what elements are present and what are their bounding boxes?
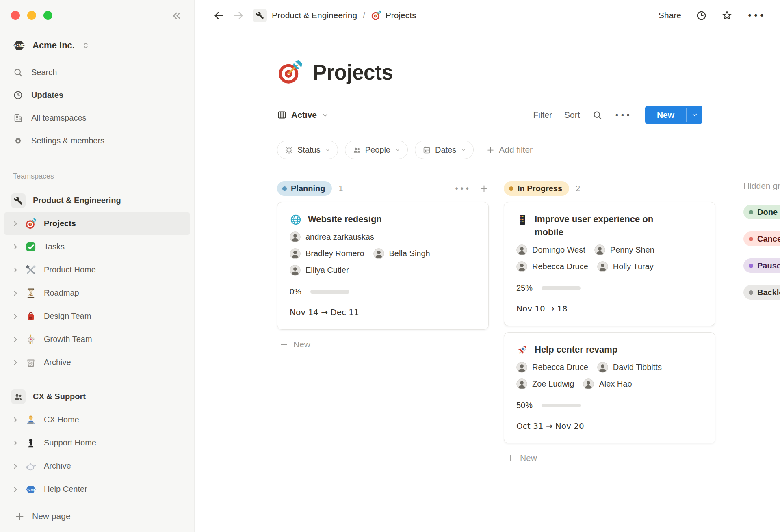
view-options-button[interactable]: ••• (615, 110, 631, 120)
chevron-right-icon[interactable] (11, 243, 20, 251)
chevron-right-icon[interactable] (11, 485, 20, 493)
sidebar-item-projects[interactable]: Projects (4, 212, 190, 235)
sort-button[interactable]: Sort (564, 110, 580, 120)
filter-chip-status[interactable]: Status (277, 141, 338, 159)
status-badge-paused[interactable]: Paused (743, 258, 780, 273)
new-page-button[interactable]: New page (0, 500, 194, 532)
sidebar-item-archive[interactable]: Archive (4, 351, 190, 374)
sidebar-item-settings-members[interactable]: Settings & members (0, 129, 194, 152)
chevron-right-icon[interactable] (11, 462, 20, 470)
person-chip[interactable]: Penny Shen (594, 244, 654, 255)
teamspace-header-product-engineering[interactable]: Product & Engineering (0, 189, 194, 212)
chevron-right-icon[interactable] (11, 416, 20, 424)
back-arrow-icon[interactable] (213, 10, 224, 21)
sidebar-item-tasks[interactable]: Tasks (4, 235, 190, 258)
more-options-button[interactable]: ••• (747, 11, 765, 21)
person-chip[interactable]: Rebecca Druce (516, 261, 588, 272)
new-button-dropdown[interactable] (687, 106, 702, 124)
person-name: Elliya Cutler (306, 266, 349, 275)
person-chip[interactable]: Alex Hao (583, 378, 632, 389)
status-dot (749, 290, 753, 295)
new-button[interactable]: New (645, 106, 702, 124)
zoom-window-button[interactable] (43, 11, 52, 20)
project-card-help-center-revamp[interactable]: Help center revamp Rebecca Druce David T… (504, 332, 715, 443)
sidebar-item-updates[interactable]: Updates (0, 84, 194, 106)
column-header: Planning 1 ••• (277, 181, 489, 196)
status-badge-backlog[interactable]: Backlog (743, 285, 780, 300)
workspace-name: Acme Inc. (32, 40, 75, 51)
person-chip[interactable]: David Tibbitts (597, 362, 662, 373)
new-button-label[interactable]: New (645, 106, 686, 124)
card-title[interactable]: Help center revamp (535, 343, 618, 356)
chevron-right-icon[interactable] (11, 220, 20, 228)
status-badge-planning[interactable]: Planning (277, 181, 332, 196)
sidebar-item-support-home[interactable]: Support Home (4, 431, 190, 454)
project-card-improve-ux-mobile[interactable]: Improve user experience on mobile Doming… (504, 202, 715, 326)
sidebar-item-search[interactable]: Search (0, 61, 194, 84)
collapse-sidebar-button[interactable] (170, 9, 184, 23)
sidebar-item-roadmap[interactable]: Roadmap (4, 281, 190, 305)
view-tab-active[interactable]: Active (277, 110, 329, 120)
sidebar-item-growth-team[interactable]: Growth Team (4, 328, 190, 351)
person-chip[interactable]: Elliya Cutler (290, 265, 349, 276)
column-new-card-button[interactable]: New (504, 453, 715, 463)
chevron-right-icon[interactable] (11, 359, 20, 367)
chevron-down-icon (321, 111, 329, 119)
search-icon[interactable] (592, 110, 602, 120)
filter-row: Status People Dates Add filter (277, 141, 533, 159)
sidebar-item-label: All teamspaces (31, 113, 87, 123)
chevron-right-icon[interactable] (11, 266, 20, 274)
breadcrumb-teamspace[interactable]: Product & Engineering (272, 11, 357, 20)
sidebar-item-all-teamspaces[interactable]: All teamspaces (0, 106, 194, 129)
add-filter-button[interactable]: Add filter (486, 145, 533, 155)
forward-arrow-icon[interactable] (233, 10, 244, 21)
sidebar-item-design-team[interactable]: Design Team (4, 305, 190, 328)
chevron-right-icon[interactable] (11, 335, 20, 344)
workspace-switcher[interactable]: Acme Inc. (9, 36, 188, 55)
person-chip[interactable]: Holly Turay (597, 261, 654, 272)
sidebar-item-archive-cx[interactable]: Archive (4, 454, 190, 478)
person-chip[interactable]: Bradley Romero (290, 248, 364, 259)
window-controls (11, 11, 52, 20)
column-add-card-button[interactable] (479, 184, 489, 193)
person-name: Domingo West (532, 245, 585, 255)
clock-history-icon[interactable] (696, 10, 707, 21)
star-favorite-icon[interactable] (722, 10, 732, 21)
person-chip[interactable]: Bella Singh (373, 248, 430, 259)
column-more-button[interactable]: ••• (454, 184, 470, 193)
project-card-website-redesign[interactable]: Website redesign andrea zarkauskas Bradl… (277, 202, 489, 330)
close-window-button[interactable] (11, 11, 20, 20)
chevron-right-icon[interactable] (11, 439, 20, 447)
filter-chip-people[interactable]: People (345, 141, 408, 159)
target-page-icon[interactable] (277, 59, 303, 85)
chevron-right-icon[interactable] (11, 312, 20, 320)
card-title[interactable]: Website redesign (308, 213, 382, 226)
globe-icon (290, 214, 302, 226)
teamspace-product-engineering-group: Product & Engineering Projects Tasks Pro… (0, 189, 194, 374)
person-chip[interactable]: andrea zarkauskas (290, 231, 374, 242)
status-badge-done[interactable]: Done (743, 205, 780, 219)
sidebar-item-help-center[interactable]: Help Center (4, 478, 190, 501)
sidebar-item-product-home[interactable]: Product Home (4, 258, 190, 281)
status-badge-canceled[interactable]: Canceled (743, 231, 780, 246)
status-badge-in-progress[interactable]: In Progress (504, 181, 569, 196)
filter-button[interactable]: Filter (533, 110, 552, 120)
avatar (594, 244, 605, 255)
card-progress-row: 25% (516, 283, 703, 293)
person-chip[interactable]: Zoe Ludwig (516, 378, 574, 389)
status-dot (282, 186, 287, 191)
teamspace-header-cx-support[interactable]: CX & Support (0, 385, 194, 408)
card-title[interactable]: Improve user experience on mobile (535, 213, 677, 239)
filter-chip-dates[interactable]: Dates (415, 141, 474, 159)
share-button[interactable]: Share (659, 11, 681, 20)
add-filter-label: Add filter (499, 145, 533, 155)
person-chip[interactable]: Rebecca Druce (516, 362, 588, 373)
person-chip[interactable]: Domingo West (516, 244, 585, 255)
status-dot (749, 264, 753, 268)
breadcrumb-page[interactable]: Projects (386, 11, 416, 20)
column-new-card-button[interactable]: New (277, 340, 489, 349)
minimize-window-button[interactable] (27, 11, 36, 20)
sidebar-item-label: Archive (44, 461, 71, 471)
sidebar-item-cx-home[interactable]: CX Home (4, 408, 190, 431)
chevron-right-icon[interactable] (11, 289, 20, 297)
